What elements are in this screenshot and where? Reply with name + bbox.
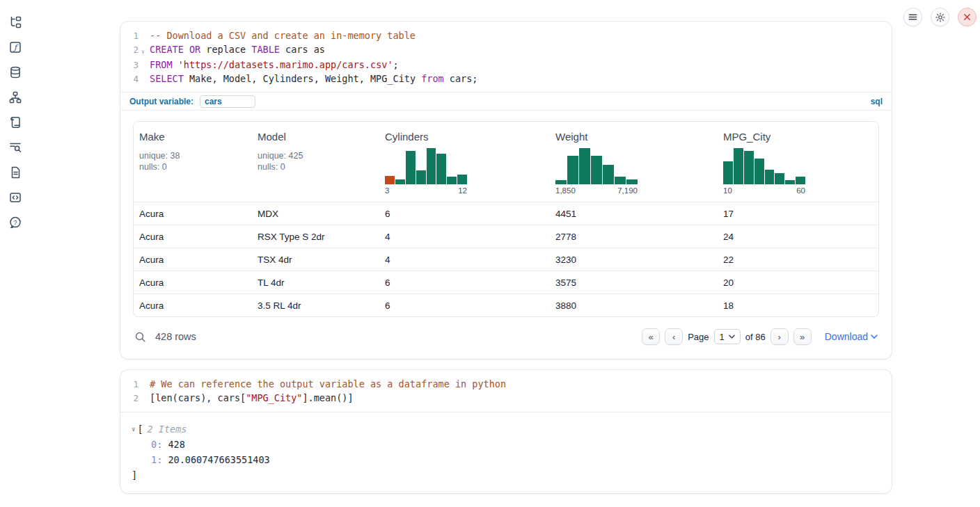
code-text: CREATE OR replace TABLE cars as [148, 43, 325, 59]
table-cell: 3230 [550, 248, 718, 271]
column-header-mpg-city[interactable]: MPG_City 10 60 [718, 122, 878, 202]
shutdown-button[interactable] [958, 8, 977, 26]
histogram-axis: 3 12 [385, 186, 467, 195]
menu-icon [908, 12, 918, 22]
sql-code-editor[interactable]: 1-- Download a CSV and create an in-memo… [120, 22, 892, 92]
column-header-weight[interactable]: Weight 1,850 7,190 [550, 122, 718, 202]
first-page-button[interactable]: « [642, 328, 660, 345]
histogram-axis: 1,850 7,190 [555, 186, 638, 195]
code-line[interactable]: 2∨CREATE OR replace TABLE cars as [120, 43, 892, 59]
cylinders-histogram[interactable]: 3 12 [385, 148, 467, 195]
code-text: FROM 'https://datasets.marimo.app/cars.c… [148, 58, 399, 72]
search-button[interactable] [134, 331, 146, 343]
sidebar-item-dependencies[interactable] [8, 90, 23, 104]
histogram-bar [406, 151, 416, 185]
file-tree-icon [8, 15, 22, 29]
python-code-editor[interactable]: 1# We can reference the output variable … [120, 370, 892, 411]
table-cell: TSX 4dr [252, 248, 379, 271]
tree-root[interactable]: ∨ [ 2 Items [132, 421, 880, 437]
column-label: Cylinders [385, 131, 544, 143]
histogram-bar [436, 154, 446, 184]
column-label: MPG_City [723, 131, 873, 143]
close-bracket: ] [132, 467, 880, 483]
search-icon [134, 331, 146, 343]
chevron-down-icon[interactable]: ∨ [132, 421, 135, 437]
fold-chevron-icon[interactable]: ∨ [139, 43, 148, 59]
list-item: 0: 428 [132, 437, 880, 452]
line-number: 1 [120, 29, 139, 43]
output-variable-input[interactable] [200, 95, 255, 108]
weight-histogram[interactable]: 1,850 7,190 [555, 148, 638, 195]
page-select[interactable]: 1 [714, 329, 741, 344]
histogram-bar [626, 179, 638, 185]
histogram-bar [754, 159, 764, 184]
code-text: [len(cars), cars["MPG_City"].mean()] [148, 392, 354, 405]
svg-text:ƒ: ƒ [13, 43, 19, 52]
sidebar-item-variables[interactable]: ƒ [8, 40, 23, 54]
code-line[interactable]: 1-- Download a CSV and create an in-memo… [120, 29, 892, 43]
table-cell: 3.5 RL 4dr [252, 294, 379, 316]
table-row[interactable]: AcuraMDX6445117 [134, 202, 878, 225]
table-row[interactable]: AcuraTSX 4dr4323022 [134, 248, 878, 271]
fold-gutter [139, 58, 148, 72]
histogram-bar [785, 180, 795, 184]
sidebar-item-scratchpad[interactable] [8, 115, 23, 129]
histogram-bar [579, 148, 590, 184]
histogram-bar [765, 170, 775, 185]
table-cell: TL 4dr [252, 271, 379, 293]
histogram-bar [734, 148, 743, 184]
settings-button[interactable] [931, 8, 949, 26]
table-row[interactable]: Acura3.5 RL 4dr6388018 [134, 293, 878, 316]
mpg-city-histogram[interactable]: 10 60 [723, 148, 805, 195]
line-number: 1 [120, 378, 139, 392]
next-page-button[interactable]: › [770, 328, 789, 345]
fold-gutter [139, 29, 148, 43]
previous-page-button[interactable]: ‹ [665, 328, 683, 345]
chevron-down-icon [729, 335, 735, 339]
table-cell: 6 [379, 271, 550, 293]
logs-icon [8, 140, 22, 154]
sidebar: ƒ [0, 0, 31, 230]
pagination: « ‹ Page 1 of 86 › » Download [642, 328, 878, 345]
table-cell: 6 [379, 294, 550, 316]
table-row[interactable]: AcuraRSX Type S 2dr4277824 [134, 225, 878, 248]
histogram-bar [796, 177, 805, 184]
histogram-bar [744, 151, 754, 184]
sidebar-item-logs[interactable] [8, 140, 23, 154]
column-header-make[interactable]: Make unique: 38 nulls: 0 [134, 122, 252, 202]
column-label: Weight [555, 131, 712, 143]
code-line[interactable]: 1# We can reference the output variable … [120, 378, 892, 392]
column-header-cylinders[interactable]: Cylinders 3 12 [379, 122, 550, 202]
sidebar-item-help[interactable]: ? [8, 216, 23, 230]
column-header-model[interactable]: Model unique: 425 nulls: 0 [252, 122, 379, 202]
histogram-bar [385, 176, 395, 184]
items-count-label: 2 Items [148, 421, 187, 437]
page-label: Page [688, 332, 709, 342]
sidebar-item-documentation[interactable] [8, 166, 23, 179]
code-line[interactable]: 3FROM 'https://datasets.marimo.app/cars.… [120, 58, 892, 72]
open-bracket: [ [137, 421, 143, 437]
histogram-bar [427, 148, 436, 184]
data-table: Make unique: 38 nulls: 0 Model unique: 4… [133, 121, 879, 317]
code-line[interactable]: 4SELECT Make, Model, Cylinders, Weight, … [120, 72, 892, 86]
item-index: 0: [151, 439, 162, 450]
sidebar-item-snippets[interactable] [8, 191, 23, 204]
sql-cell-output: Make unique: 38 nulls: 0 Model unique: 4… [120, 111, 892, 352]
table-row[interactable]: AcuraTL 4dr6357520 [134, 271, 878, 293]
sidebar-item-datasources[interactable] [8, 65, 23, 79]
table-cell: 4451 [550, 202, 718, 225]
table-cell: 3880 [550, 294, 718, 316]
column-stats: unique: 38 nulls: 0 [139, 150, 246, 172]
download-button[interactable]: Download [825, 331, 878, 342]
table-cell: RSX Type S 2dr [252, 225, 379, 248]
code-text: SELECT Make, Model, Cylinders, Weight, M… [148, 72, 477, 86]
menu-button[interactable] [903, 8, 922, 26]
table-cell: 2778 [550, 225, 718, 248]
sidebar-item-files[interactable] [8, 15, 23, 29]
code-line[interactable]: 2[len(cars), cars["MPG_City"].mean()] [120, 392, 892, 405]
snippets-icon [8, 191, 22, 204]
python-cell-output: ∨ [ 2 Items 0: 428 1: 20.060747663551403… [120, 412, 892, 493]
python-cell: 1# We can reference the output variable … [120, 369, 892, 493]
function-icon: ƒ [8, 40, 22, 54]
last-page-button[interactable]: » [793, 328, 812, 345]
